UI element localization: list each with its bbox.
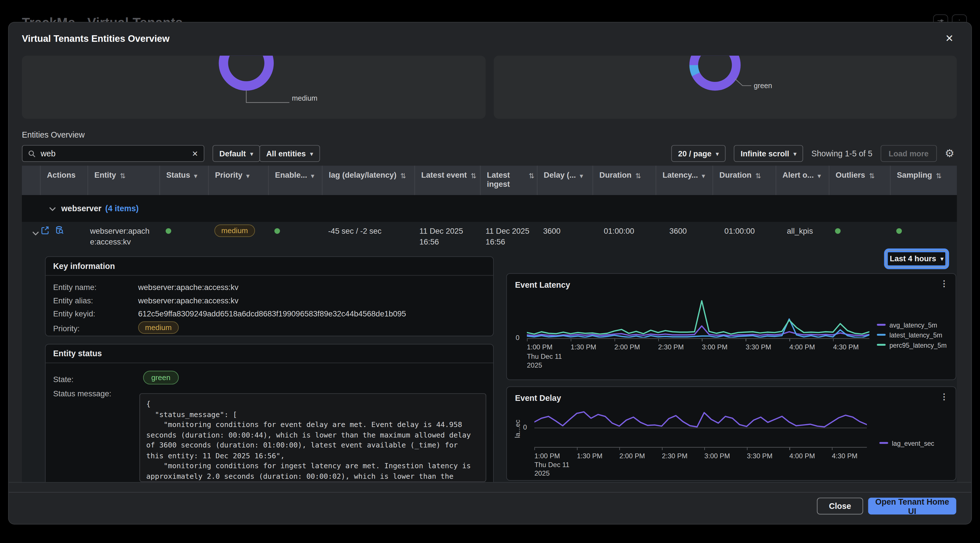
event-latency-panel: Event Latency ⋮ 0 1:00 PM1:30 PM2:00 PM2… [506,273,956,380]
donut-slice-label: medium [292,94,318,102]
priority-badge: medium [214,224,255,237]
entity-alias-label: Entity alias: [53,296,93,305]
chevron-down-icon [49,206,56,211]
header-actions: Actions [40,166,88,195]
priority-cell: medium [208,222,268,252]
status-message-block[interactable]: { "status_message": [ "monitoring condit… [139,393,486,482]
latency-cell: 3600 [656,222,713,252]
kebab-icon[interactable]: ⋮ [940,279,948,288]
sampling-cell [890,222,957,252]
event-latency-plot [527,299,869,338]
entity-status-panel: Entity status State: green Status messag… [45,344,494,482]
chevron-down-icon: ▾ [940,256,943,262]
donut-slice-label: green [754,82,772,89]
open-tenant-home-button[interactable]: Open Tenant Home UI [868,497,956,514]
status-message-json: { "status_message": [ "monitoring condit… [146,399,479,482]
y-zero-label: 0 [515,334,519,341]
header-duration-2[interactable]: Duration⇅ [713,166,776,195]
row-expand-cell[interactable] [22,222,40,252]
status-dot-green [166,228,172,234]
panel-title: Key information [46,257,493,276]
close-button[interactable]: Close [817,497,863,514]
header-priority[interactable]: Priority▾ [208,166,268,195]
enabled-cell [268,222,322,252]
sort-icon: ⇅ [529,172,535,181]
screen: TrackMe - Virtual Tenants ⋮ Virtual Tena… [0,0,980,543]
search-icon [28,150,35,157]
sort-icon: ⇅ [755,172,761,181]
header-alert[interactable]: Alert o...▾ [776,166,829,195]
legend-item: perc95_latency_5m [877,341,947,348]
chart-legend: lag_event_sec [880,439,934,446]
legend-item: latest_latency_5m [877,331,947,338]
enabled-dot-green [274,228,280,234]
header-outliers[interactable]: Outliers⇅ [829,166,890,195]
search-input[interactable] [41,149,187,158]
entity-name-cell[interactable]: webserver:apache:access:kv [88,222,153,252]
status-cell [159,222,208,252]
page-size-dropdown[interactable]: 20 / page ▾ [671,145,725,162]
close-icon[interactable]: ✕ [942,31,956,45]
event-delay-plot [535,409,867,428]
entity-alias-value: webserver:apache:access:kv [138,296,239,305]
entity-search[interactable]: ✕ [22,145,204,162]
scroll-mode-dropdown[interactable]: Infinite scroll ▾ [733,145,803,162]
header-status[interactable]: Status▾ [159,166,208,195]
header-entity[interactable]: Entity⇅ [88,166,159,195]
x-axis-ticks: 1:00 PM1:30 PM2:00 PM2:30 PM3:00 PM3:30 … [535,452,874,459]
profile-dropdown[interactable]: Default ▾ [213,145,260,162]
open-external-icon[interactable] [41,226,49,234]
header-enabled[interactable]: Enable...▾ [268,166,322,195]
x-axis-date: Thu Dec 11 [527,352,562,360]
chevron-down-icon: ▾ [310,150,313,157]
modal-scroll-area[interactable]: medium green Entities Overview ✕ Default… [9,50,971,483]
duration-delay-cell: 01:00:00 [593,222,656,252]
donut-leader-line [241,90,297,106]
chevron-down-icon: ▾ [794,150,796,157]
legend-item: avg_latency_5m [877,321,947,328]
chart-title: Event Delay [515,393,561,403]
latest-ingest-cell: 11 Dec 2025 16:56 [480,222,536,252]
search-events-icon[interactable] [55,226,64,234]
header-latest-ingest[interactable]: Latest ingest⇅ [480,166,537,195]
filter-caret-icon: ▾ [702,172,705,181]
legend-swatch [880,442,888,444]
time-range-dropdown[interactable]: Last 4 hours ▾ [886,250,948,268]
header-delay[interactable]: Delay (...▾ [537,166,593,195]
entity-name-value: webserver:apache:access:kv [138,283,239,292]
legend-swatch [877,334,886,336]
sort-icon: ⇅ [635,172,641,181]
event-delay-panel: Event Delay ⋮ la...ec 0 1:00 PM1:30 PM2:… [506,386,956,481]
scope-dropdown[interactable]: All entities ▾ [259,145,320,162]
table-row[interactable]: webserver:apache:access:kv medium -45 se… [22,222,957,252]
toolbar: ✕ Default ▾ All entities ▾ 20 / page ▾ [22,145,957,162]
section-heading: Entities Overview [22,130,85,139]
alert-cell: all_kpis [776,222,829,252]
clear-search-icon[interactable]: ✕ [192,149,198,158]
priority-donut-chart [219,56,274,91]
chart-title: Event Latency [515,280,570,290]
chevron-down-icon [32,231,39,236]
header-latest-event[interactable]: Latest event⇅ [414,166,480,195]
state-badge: green [143,371,179,384]
panel-title: Entity status [46,345,493,363]
priority-badge: medium [138,321,178,334]
header-duration-1[interactable]: Duration⇅ [593,166,656,195]
group-row-webserver[interactable]: webserver (4 items) [22,195,957,222]
header-lag[interactable]: lag (delay/latency)⇅ [322,166,414,195]
page-size-label: 20 / page [678,149,712,158]
header-sampling[interactable]: Sampling⇅ [890,166,957,195]
x-axis-year: 2025 [535,469,550,477]
priority-donut-card: medium [22,56,486,119]
time-range-label: Last 4 hours [889,255,936,263]
gear-icon[interactable]: ⚙ [945,148,955,159]
sampling-dot-green [896,228,902,234]
entity-keyid-label: Entity keyid: [53,309,95,318]
group-count: (4 items) [105,204,139,213]
kebab-icon[interactable]: ⋮ [940,392,948,401]
latest-event-cell: 11 Dec 2025 16:56 [414,222,472,252]
legend-swatch [877,324,886,326]
load-more-button[interactable]: Load more [881,145,937,162]
header-latency[interactable]: Latency...▾ [656,166,713,195]
x-axis-year: 2025 [527,361,542,369]
